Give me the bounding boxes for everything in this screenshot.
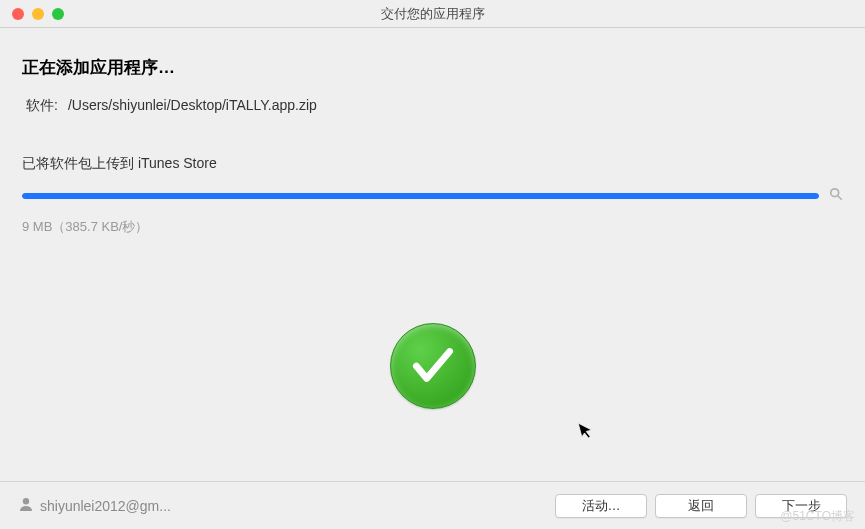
maximize-icon[interactable]: [52, 8, 64, 20]
progress-bar: [22, 193, 819, 199]
success-checkmark-icon: [390, 323, 476, 409]
progress-fill: [22, 193, 819, 199]
window: 交付您的应用程序 正在添加应用程序… 软件: /Users/shiyunlei/…: [0, 0, 865, 529]
upload-status: 已将软件包上传到 iTunes Store: [22, 155, 843, 173]
content-area: 正在添加应用程序… 软件: /Users/shiyunlei/Desktop/i…: [0, 28, 865, 481]
svg-line-1: [838, 196, 842, 200]
close-icon[interactable]: [12, 8, 24, 20]
cursor-icon: [577, 418, 599, 446]
watermark: @51CTO博客: [780, 508, 855, 525]
magnifier-icon[interactable]: [829, 187, 843, 204]
file-row: 软件: /Users/shiyunlei/Desktop/iTALLY.app.…: [22, 97, 843, 115]
footer: shiyunlei2012@gm... 活动… 返回 下一步: [0, 481, 865, 529]
file-path: /Users/shiyunlei/Desktop/iTALLY.app.zip: [68, 97, 317, 115]
progress-row: [22, 187, 843, 204]
page-heading: 正在添加应用程序…: [22, 56, 843, 79]
activity-button[interactable]: 活动…: [555, 494, 647, 518]
minimize-icon[interactable]: [32, 8, 44, 20]
user-account[interactable]: shiyunlei2012@gm...: [18, 496, 171, 515]
window-title: 交付您的应用程序: [381, 5, 485, 23]
file-label: 软件:: [26, 97, 58, 115]
back-button[interactable]: 返回: [655, 494, 747, 518]
transfer-speed: 9 MB（385.7 KB/秒）: [22, 218, 843, 236]
user-email: shiyunlei2012@gm...: [40, 498, 171, 514]
traffic-lights: [12, 8, 64, 20]
user-icon: [18, 496, 34, 515]
titlebar: 交付您的应用程序: [0, 0, 865, 28]
